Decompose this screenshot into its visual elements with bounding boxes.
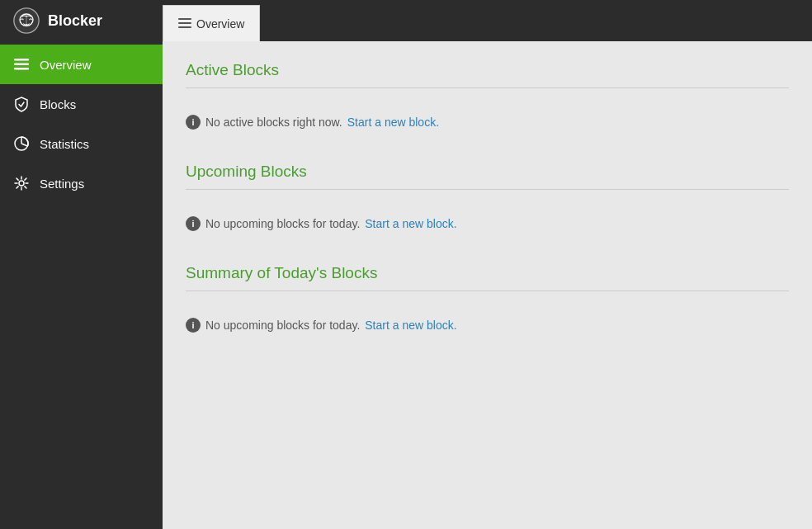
brand: Blocker bbox=[0, 7, 163, 34]
gear-icon bbox=[13, 175, 30, 191]
summary-body: i No upcoming blocks for today. Start a … bbox=[186, 305, 789, 339]
upcoming-blocks-divider bbox=[186, 189, 789, 190]
upcoming-blocks-section: Upcoming Blocks i No upcoming blocks for… bbox=[186, 163, 789, 238]
svg-rect-8 bbox=[14, 68, 29, 70]
menu-icon bbox=[13, 56, 30, 73]
active-blocks-message: No active blocks right now. bbox=[205, 116, 342, 129]
svg-point-10 bbox=[19, 181, 24, 186]
svg-rect-5 bbox=[178, 26, 191, 28]
upcoming-blocks-body: i No upcoming blocks for today. Start a … bbox=[186, 203, 789, 238]
info-icon-summary: i bbox=[186, 318, 201, 333]
summary-title: Summary of Today's Blocks bbox=[186, 264, 789, 282]
svg-rect-7 bbox=[14, 64, 29, 66]
content-area: Active Blocks i No active blocks right n… bbox=[163, 41, 812, 529]
sidebar-item-statistics[interactable]: Statistics bbox=[0, 124, 163, 163]
svg-rect-4 bbox=[178, 22, 191, 24]
brand-title: Blocker bbox=[48, 12, 102, 30]
active-blocks-body: i No active blocks right now. Start a ne… bbox=[186, 102, 789, 136]
active-blocks-divider bbox=[186, 87, 789, 88]
sidebar-blocks-label: Blocks bbox=[40, 97, 76, 111]
svg-rect-3 bbox=[178, 18, 191, 20]
sidebar-item-settings[interactable]: Settings bbox=[0, 163, 163, 203]
overview-tab[interactable]: Overview bbox=[163, 5, 260, 41]
active-blocks-link[interactable]: Start a new block. bbox=[347, 116, 439, 129]
sidebar-settings-label: Settings bbox=[40, 177, 84, 191]
svg-rect-6 bbox=[14, 59, 29, 61]
active-blocks-title: Active Blocks bbox=[186, 61, 789, 79]
sidebar: Overview Blocks Statistics bbox=[0, 41, 163, 529]
shield-icon bbox=[13, 96, 30, 112]
summary-divider bbox=[186, 290, 789, 291]
info-icon-upcoming: i bbox=[186, 216, 201, 231]
summary-message: No upcoming blocks for today. bbox=[205, 319, 360, 332]
pie-icon bbox=[13, 135, 30, 152]
active-blocks-section: Active Blocks i No active blocks right n… bbox=[186, 61, 789, 136]
summary-link[interactable]: Start a new block. bbox=[365, 319, 456, 332]
sidebar-item-blocks[interactable]: Blocks bbox=[0, 84, 163, 124]
sidebar-statistics-label: Statistics bbox=[40, 137, 89, 151]
tab-bar: Overview bbox=[163, 0, 260, 41]
overview-tab-label: Overview bbox=[196, 17, 244, 31]
topbar: Blocker Overview bbox=[0, 0, 812, 41]
main-layout: Overview Blocks Statistics bbox=[0, 41, 812, 529]
summary-section: Summary of Today's Blocks i No upcoming … bbox=[186, 264, 789, 339]
upcoming-blocks-message: No upcoming blocks for today. bbox=[205, 217, 360, 230]
sidebar-overview-label: Overview bbox=[40, 58, 92, 72]
upcoming-blocks-title: Upcoming Blocks bbox=[186, 163, 789, 181]
upcoming-blocks-link[interactable]: Start a new block. bbox=[365, 217, 456, 230]
brand-icon bbox=[13, 7, 40, 34]
info-icon-active: i bbox=[186, 115, 201, 130]
sidebar-item-overview[interactable]: Overview bbox=[0, 45, 163, 84]
list-icon bbox=[178, 18, 191, 30]
